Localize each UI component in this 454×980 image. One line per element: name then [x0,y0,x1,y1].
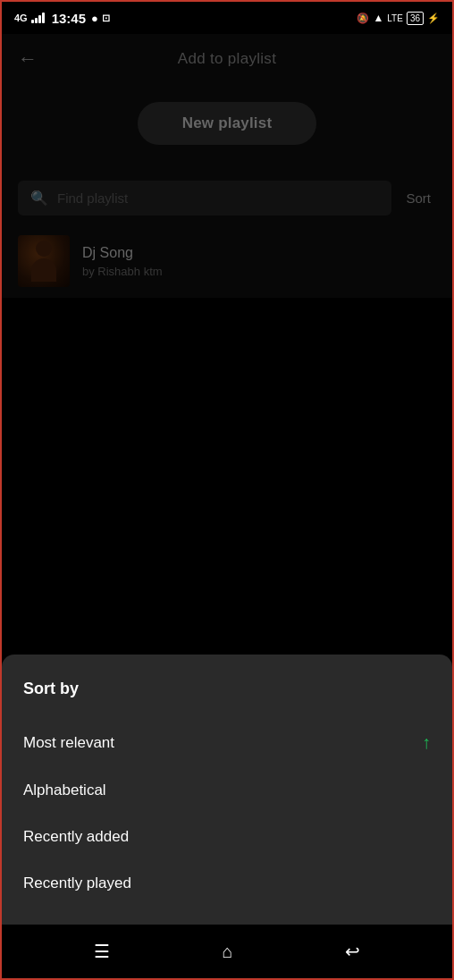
status-bar: 4G 13:45 ● ⊡ 🔕 ▲ LTE 36 ⚡ [2,2,452,34]
person-body [31,258,56,282]
main-content: ← Add to playlist New playlist 🔍 Sort Dj… [2,34,452,298]
bottom-nav: ☰ ⌂ ↩ [2,925,452,978]
thumbnail-image [18,235,70,287]
playlist-thumbnail [18,235,70,287]
new-playlist-section: New playlist [2,84,452,172]
sort-alphabetical-label: Alphabetical [23,781,106,799]
bolt-icon: ⚡ [427,13,440,24]
sort-up-arrow-icon: ↑ [422,732,431,753]
notification-icon: ● [91,12,98,25]
signal-4g-icon: 4G [14,13,28,23]
playlist-info: Dj Song by Rishabh ktm [82,245,163,278]
sort-recently-added-label: Recently added [23,828,129,846]
sort-panel: Sort by Most relevant ↑ Alphabetical Rec… [2,655,452,925]
mute-icon: 🔕 [357,13,369,24]
status-right: 🔕 ▲ LTE 36 ⚡ [357,12,440,25]
search-section: 🔍 Sort [2,172,452,224]
wifi-icon: ▲ [373,12,383,24]
sort-most-relevant[interactable]: Most relevant ↑ [23,718,431,767]
person-head [36,241,52,257]
playlist-owner: by Rishabh ktm [82,265,163,278]
sort-alphabetical[interactable]: Alphabetical [23,767,431,814]
sort-button[interactable]: Sort [400,183,436,213]
status-time: 13:45 [52,11,86,26]
back-button[interactable]: ← [18,47,38,71]
cast-icon: ⊡ [102,13,110,24]
playlist-item[interactable]: Dj Song by Rishabh ktm [2,224,452,298]
sort-recently-played[interactable]: Recently played [23,860,431,907]
search-input[interactable] [57,190,379,206]
sort-recently-played-label: Recently played [23,874,131,892]
nav-home-icon[interactable]: ⌂ [222,942,232,962]
sort-panel-title: Sort by [23,680,431,698]
sort-most-relevant-label: Most relevant [23,734,114,752]
nav-back-icon[interactable]: ↩ [345,941,360,962]
header: ← Add to playlist [2,34,452,84]
new-playlist-button[interactable]: New playlist [138,102,317,145]
lte-text: LTE [387,13,403,23]
search-box: 🔍 [18,181,391,215]
sort-recently-added[interactable]: Recently added [23,814,431,860]
nav-menu-icon[interactable]: ☰ [94,941,110,962]
signal-bars [31,13,45,23]
page-title: Add to playlist [178,50,276,68]
battery-icon: 36 [407,12,424,25]
playlist-name: Dj Song [82,245,163,261]
status-left: 4G 13:45 ● ⊡ [14,11,110,26]
search-icon: 🔍 [30,190,48,207]
